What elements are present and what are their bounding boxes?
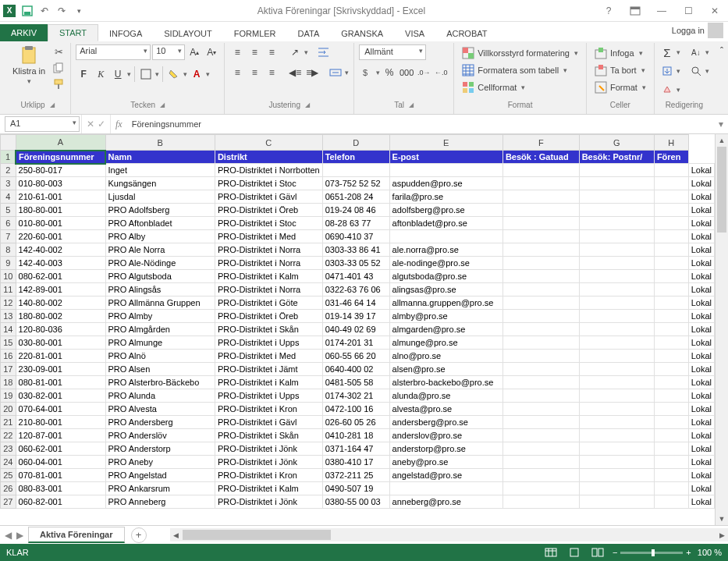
accounting-format-icon[interactable]: $	[359, 65, 375, 80]
data-cell[interactable]: PRO-Distriktet i Med	[215, 350, 322, 363]
header-cell[interactable]: Distrikt	[215, 151, 322, 164]
data-cell[interactable]	[654, 190, 688, 204]
data-cell[interactable]: Lokal	[688, 177, 714, 190]
row-header[interactable]: 6	[1, 217, 16, 230]
header-cell[interactable]: Föreningsnummer	[16, 151, 105, 164]
data-cell[interactable]: PRO-Distriktet i Jönk	[215, 495, 322, 509]
format-cells-button[interactable]: Format▾	[591, 79, 649, 96]
data-cell[interactable]: anneberg@pro.se	[389, 495, 502, 509]
sheet-nav-prev-icon[interactable]: ◀	[5, 530, 12, 541]
data-cell[interactable]: PRO Alunda	[105, 389, 215, 403]
row-header[interactable]: 25	[1, 469, 16, 482]
data-cell[interactable]: PRO Almgården	[105, 323, 215, 336]
row-header[interactable]: 11	[1, 283, 16, 296]
data-cell[interactable]: 0481-505 58	[322, 376, 389, 389]
data-cell[interactable]: PRO-Distriktet i Norrbotten	[215, 164, 322, 177]
data-cell[interactable]: PRO-Distriktet i Kron	[215, 403, 322, 416]
data-cell[interactable]: PRO Almby	[105, 310, 215, 323]
data-cell[interactable]	[579, 257, 654, 270]
align-top-icon[interactable]: ≡	[229, 44, 245, 60]
data-cell[interactable]: 060-62-001	[16, 442, 105, 456]
data-cell[interactable]	[654, 482, 688, 495]
data-cell[interactable]: Lokal	[688, 204, 714, 217]
tab-acrobat[interactable]: ACROBAT	[435, 26, 498, 41]
data-cell[interactable]: 019-24 08 46	[322, 204, 389, 217]
data-cell[interactable]	[654, 403, 688, 416]
data-cell[interactable]: alsterbro-backebo@pro.se	[389, 376, 502, 389]
data-cell[interactable]: PRO-Distriktet i Skån	[215, 429, 322, 442]
tab-start[interactable]: START	[48, 24, 98, 41]
data-cell[interactable]: Lokal	[688, 403, 714, 416]
data-cell[interactable]	[579, 495, 654, 509]
font-name-dropdown[interactable]: Arial	[76, 44, 151, 60]
data-cell[interactable]: 142-40-003	[16, 257, 105, 270]
data-cell[interactable]: 0472-100 16	[322, 403, 389, 416]
data-cell[interactable]	[502, 363, 579, 376]
data-cell[interactable]: 060-82-001	[16, 495, 105, 509]
row-header[interactable]: 21	[1, 416, 16, 429]
data-cell[interactable]	[579, 403, 654, 416]
data-cell[interactable]: PRO-Distriktet i Norra	[215, 257, 322, 270]
data-cell[interactable]: PRO-Distriktet i Norra	[215, 283, 322, 296]
maximize-icon[interactable]: ☐	[675, 0, 701, 22]
data-cell[interactable]: 070-81-001	[16, 469, 105, 482]
data-cell[interactable]	[654, 243, 688, 257]
data-cell[interactable]	[579, 164, 654, 177]
data-cell[interactable]	[654, 456, 688, 469]
data-cell[interactable]: 0490-507 19	[322, 482, 389, 495]
row-header[interactable]: 8	[1, 243, 16, 257]
data-cell[interactable]	[502, 403, 579, 416]
data-cell[interactable]	[322, 164, 389, 177]
data-cell[interactable]: PRO Alingsås	[105, 283, 215, 296]
data-cell[interactable]	[654, 469, 688, 482]
align-center-icon[interactable]: ≡	[247, 65, 262, 80]
data-cell[interactable]: anderstorp@pro.se	[389, 442, 502, 456]
data-cell[interactable]: PRO-Distriktet i Upps	[215, 389, 322, 403]
data-cell[interactable]: Lokal	[688, 495, 714, 509]
data-cell[interactable]: PRO Ankarsrum	[105, 482, 215, 495]
increase-font-icon[interactable]: A▴	[186, 44, 202, 60]
data-cell[interactable]: angelstad@pro.se	[389, 469, 502, 482]
data-cell[interactable]: ale.norra@pro.se	[389, 243, 502, 257]
decrease-font-icon[interactable]: A▾	[204, 44, 219, 60]
comma-format-icon[interactable]: 000	[399, 65, 414, 80]
clear-icon[interactable]	[659, 82, 675, 98]
data-cell[interactable]: aspudden@pro.se	[389, 177, 502, 190]
horizontal-scrollbar[interactable]: ◀ ▶	[170, 528, 728, 541]
data-cell[interactable]: 080-81-001	[16, 376, 105, 389]
data-cell[interactable]: Lokal	[688, 336, 714, 350]
data-cell[interactable]: PRO Aneby	[105, 456, 215, 469]
column-header[interactable]: C	[215, 135, 322, 151]
data-cell[interactable]: 040-49 02 69	[322, 323, 389, 336]
data-cell[interactable]	[579, 204, 654, 217]
cancel-formula-icon[interactable]: ✕	[87, 119, 94, 130]
align-middle-icon[interactable]: ≡	[247, 44, 262, 60]
data-cell[interactable]	[579, 389, 654, 403]
row-header[interactable]: 1	[1, 151, 16, 164]
data-cell[interactable]: Lokal	[688, 323, 714, 336]
data-cell[interactable]: 060-55 66 20	[322, 350, 389, 363]
minimize-icon[interactable]: —	[648, 0, 675, 22]
data-cell[interactable]: Lokal	[688, 283, 714, 296]
data-cell[interactable]: 026-60 05 26	[322, 416, 389, 429]
data-cell[interactable]: 080-83-001	[16, 482, 105, 495]
font-color-icon[interactable]: A	[189, 66, 204, 82]
data-cell[interactable]	[654, 204, 688, 217]
data-cell[interactable]: PRO-Distriktet i Öreb	[215, 310, 322, 323]
font-size-dropdown[interactable]: 10	[152, 44, 185, 60]
data-cell[interactable]: 140-80-002	[16, 296, 105, 310]
data-cell[interactable]	[502, 217, 579, 230]
data-cell[interactable]	[502, 389, 579, 403]
data-cell[interactable]: Lokal	[688, 257, 714, 270]
data-cell[interactable]: Lokal	[688, 482, 714, 495]
data-cell[interactable]: aftonbladet@pro.se	[389, 217, 502, 230]
data-cell[interactable]: almgarden@pro.se	[389, 323, 502, 336]
column-header[interactable]: G	[579, 135, 654, 151]
data-cell[interactable]: PRO-Distriktet i Öreb	[215, 204, 322, 217]
data-cell[interactable]: 0690-410 37	[322, 230, 389, 243]
data-cell[interactable]: Lokal	[688, 442, 714, 456]
wrap-text-icon[interactable]	[316, 44, 332, 60]
data-cell[interactable]: 019-14 39 17	[322, 310, 389, 323]
data-cell[interactable]	[579, 376, 654, 389]
vertical-scrollbar[interactable]: ▲ ▼	[715, 134, 728, 525]
